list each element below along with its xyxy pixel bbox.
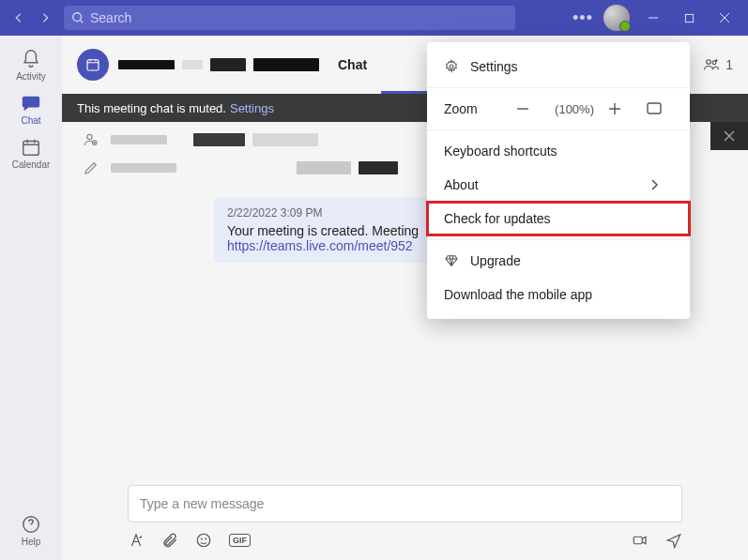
message-text: Your meeting is created. Meeting [227, 223, 419, 238]
format-icon[interactable] [128, 532, 145, 549]
banner-close[interactable] [710, 122, 748, 150]
attach-icon[interactable] [161, 532, 178, 549]
rail-label: Activity [16, 71, 46, 82]
redacted-text [253, 58, 319, 71]
zoom-out-icon[interactable] [515, 101, 530, 116]
diamond-icon [444, 253, 459, 268]
rail-chat[interactable]: Chat [8, 87, 54, 131]
menu-settings[interactable]: Settings [427, 50, 690, 83]
svg-rect-2 [23, 142, 39, 156]
gif-icon[interactable]: GIF [229, 534, 251, 547]
redacted-text [182, 60, 203, 69]
user-avatar[interactable] [603, 5, 630, 31]
menu-upgrade[interactable]: Upgrade [427, 244, 690, 278]
zoom-in-icon[interactable] [607, 101, 622, 116]
menu-label: Download the mobile app [444, 287, 592, 302]
add-person-icon [83, 131, 99, 148]
menu-keyboard-shortcuts[interactable]: Keyboard shortcuts [427, 134, 690, 168]
people-icon [703, 56, 720, 73]
fullscreen-icon[interactable] [647, 101, 662, 116]
compose-area: Type a new message GIF [62, 474, 748, 560]
svg-rect-12 [634, 537, 642, 544]
zoom-value: (100%) [555, 102, 594, 116]
svg-point-13 [450, 65, 453, 68]
redacted-text [118, 60, 175, 69]
svg-point-6 [712, 61, 716, 65]
nav-forward[interactable] [32, 5, 58, 31]
bell-icon [21, 49, 41, 69]
compose-placeholder: Type a new message [140, 496, 264, 511]
svg-point-7 [87, 134, 92, 139]
menu-check-updates[interactable]: Check for updates [427, 202, 690, 235]
help-icon [21, 514, 41, 535]
window-close[interactable] [707, 3, 742, 33]
redacted-text [111, 163, 176, 173]
nav-back[interactable] [6, 5, 32, 31]
svg-rect-4 [87, 60, 99, 70]
menu-zoom: Zoom (100%) [427, 92, 690, 126]
svg-point-10 [201, 538, 202, 539]
menu-label: Check for updates [444, 211, 551, 226]
svg-point-0 [73, 13, 82, 22]
titlebar: Search ••• [0, 0, 748, 36]
message-input[interactable]: Type a new message [128, 485, 682, 522]
window-maximize[interactable] [671, 3, 707, 33]
svg-rect-14 [648, 103, 661, 114]
rail-calendar[interactable]: Calendar [8, 131, 54, 175]
menu-label: Upgrade [470, 253, 521, 268]
meeting-link[interactable]: https://teams.live.com/meet/952 [227, 238, 413, 253]
svg-point-5 [707, 60, 711, 65]
emoji-icon[interactable] [195, 532, 212, 549]
rail-label: Help [22, 537, 41, 547]
gear-icon [444, 59, 459, 74]
menu-label: Zoom [444, 101, 478, 116]
send-icon[interactable] [665, 532, 682, 549]
svg-point-9 [197, 534, 210, 547]
svg-point-11 [206, 538, 206, 539]
menu-mobile-app[interactable]: Download the mobile app [427, 278, 690, 311]
rail-activity[interactable]: Activity [8, 43, 54, 87]
participants-button[interactable]: 1 [703, 56, 733, 73]
search-placeholder: Search [90, 10, 131, 25]
calendar-icon [21, 137, 41, 158]
app-menu: Settings Zoom (100%) Keyboard shortcuts … [427, 42, 690, 319]
redacted-text [193, 133, 245, 146]
search-box[interactable]: Search [64, 6, 515, 30]
menu-label: Keyboard shortcuts [444, 144, 557, 159]
tab-chat[interactable]: Chat [338, 57, 367, 72]
rail-label: Calendar [12, 159, 51, 170]
app-menu-button[interactable]: ••• [568, 8, 598, 28]
people-count-text: 1 [725, 57, 733, 72]
rail-help[interactable]: Help [8, 508, 54, 552]
menu-label: Settings [470, 59, 518, 74]
banner-settings-link[interactable]: Settings [230, 101, 274, 115]
window-minimize[interactable] [635, 3, 671, 33]
redacted-text [111, 135, 167, 144]
meeting-icon [77, 49, 109, 81]
menu-about[interactable]: About [427, 168, 690, 202]
meet-now-icon[interactable] [632, 532, 649, 549]
redacted-text [297, 161, 351, 174]
banner-text: This meeting chat is muted. [77, 101, 226, 115]
app-rail: Activity Chat Calendar Help [0, 36, 62, 560]
edit-icon [83, 159, 99, 176]
rail-label: Chat [21, 115, 40, 126]
search-icon [71, 11, 84, 24]
redacted-text [210, 58, 246, 71]
chat-icon [21, 93, 41, 114]
redacted-text [359, 161, 398, 174]
redacted-text [252, 133, 318, 146]
svg-rect-1 [685, 14, 693, 22]
menu-label: About [444, 177, 479, 192]
chevron-right-icon [647, 177, 662, 192]
